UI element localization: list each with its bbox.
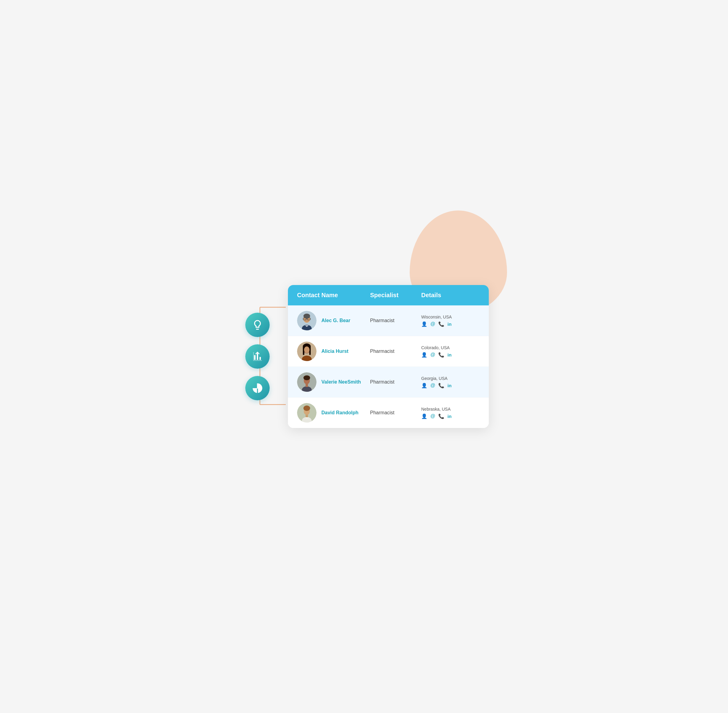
specialist-2: Pharmacist [370, 349, 421, 354]
header-specialist: Specialist [370, 292, 421, 299]
phone-icon-1[interactable]: 📞 [438, 321, 444, 327]
phone-icon-4[interactable]: 📞 [438, 413, 444, 419]
email-icon-3[interactable]: @ [431, 383, 435, 388]
table-body: Alec G. Bear Pharmacist Wisconsin, USA 👤… [288, 306, 489, 428]
contact-icons-1: 👤 @ 📞 in [421, 321, 480, 327]
svg-rect-15 [303, 346, 304, 355]
details-1: Wisconsin, USA 👤 @ 📞 in [421, 315, 480, 327]
specialist-1: Pharmacist [370, 318, 421, 323]
avatar-1 [297, 311, 317, 330]
table-row: Valerie NeeSmith Pharmacist Georgia, USA… [288, 367, 489, 398]
chart-bar-icon-bubble[interactable] [245, 345, 270, 368]
specialist-4: Pharmacist [370, 410, 421, 416]
pie-chart-icon [252, 382, 263, 394]
avatar-4 [297, 403, 317, 422]
specialist-3: Pharmacist [370, 379, 421, 385]
contact-name-3: Valerie NeeSmith [321, 379, 361, 385]
table-header: Contact Name Specialist Details [288, 285, 489, 306]
location-4: Nebraska, USA [421, 407, 480, 412]
table-row: Alicia Hurst Pharmacist Colorado, USA 👤 … [288, 336, 489, 367]
svg-point-22 [303, 375, 310, 380]
svg-rect-20 [306, 384, 308, 387]
page-wrapper: Contact Name Specialist Details [239, 219, 489, 494]
chart-bar-icon [252, 351, 263, 362]
email-icon-2[interactable]: @ [431, 352, 435, 357]
details-4: Nebraska, USA 👤 @ 📞 in [421, 407, 480, 419]
contact-icons-2: 👤 @ 📞 in [421, 352, 480, 358]
table-row: Alec G. Bear Pharmacist Wisconsin, USA 👤… [288, 306, 489, 336]
contact-cell-1: Alec G. Bear [297, 311, 370, 330]
person-icon-3[interactable]: 👤 [421, 383, 427, 388]
person-icon-2[interactable]: 👤 [421, 352, 427, 358]
phone-icon-3[interactable]: 📞 [438, 383, 444, 388]
header-contact-name: Contact Name [297, 292, 370, 299]
sidebar-icons [245, 313, 270, 400]
linkedin-icon-3[interactable]: in [447, 383, 451, 388]
location-3: Georgia, USA [421, 376, 480, 381]
contact-name-1: Alec G. Bear [321, 318, 350, 323]
linkedin-icon-2[interactable]: in [447, 352, 451, 357]
location-2: Colorado, USA [421, 345, 480, 350]
linkedin-icon-1[interactable]: in [447, 322, 451, 327]
contact-icons-4: 👤 @ 📞 in [421, 413, 480, 419]
contacts-table-card: Contact Name Specialist Details [288, 285, 489, 428]
svg-rect-16 [309, 346, 311, 355]
email-icon-1[interactable]: @ [431, 321, 435, 327]
contact-cell-4: David Randolph [297, 403, 370, 422]
avatar-2 [297, 342, 317, 361]
person-icon-4[interactable]: 👤 [421, 413, 427, 419]
lightbulb-icon-bubble[interactable] [245, 313, 270, 337]
contact-name-2: Alicia Hurst [321, 349, 348, 354]
svg-point-9 [303, 313, 310, 318]
location-1: Wisconsin, USA [421, 315, 480, 319]
svg-point-17 [304, 346, 309, 353]
contact-cell-3: Valerie NeeSmith [297, 372, 370, 392]
linkedin-icon-4[interactable]: in [447, 414, 451, 419]
avatar-3 [297, 372, 317, 392]
lightbulb-icon [252, 319, 263, 331]
svg-point-27 [303, 406, 310, 411]
contact-name-4: David Randolph [321, 410, 359, 416]
contact-cell-2: Alicia Hurst [297, 342, 370, 361]
table-row: David Randolph Pharmacist Nebraska, USA … [288, 398, 489, 428]
contact-icons-3: 👤 @ 📞 in [421, 383, 480, 388]
header-details: Details [421, 292, 480, 299]
details-3: Georgia, USA 👤 @ 📞 in [421, 376, 480, 388]
email-icon-4[interactable]: @ [431, 413, 435, 419]
details-2: Colorado, USA 👤 @ 📞 in [421, 345, 480, 358]
person-icon-1[interactable]: 👤 [421, 321, 427, 327]
phone-icon-2[interactable]: 📞 [438, 352, 444, 358]
pie-chart-icon-bubble[interactable] [245, 376, 270, 400]
